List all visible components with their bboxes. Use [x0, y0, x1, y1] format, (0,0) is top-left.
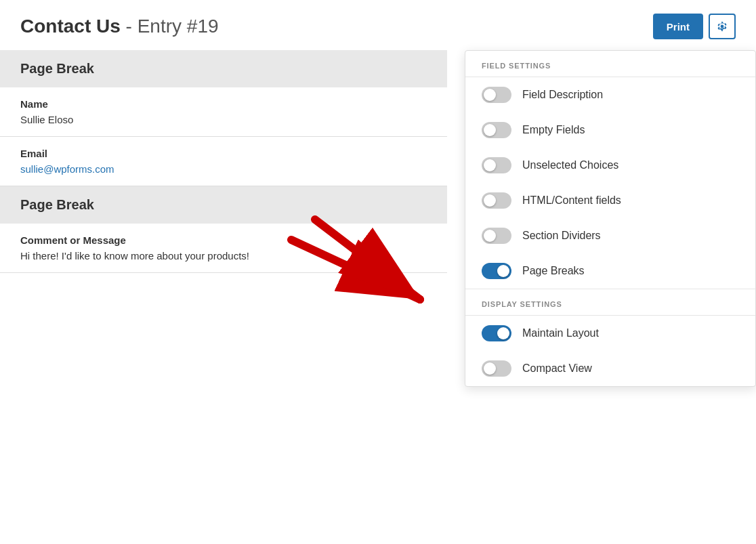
html-content-toggle[interactable] — [482, 192, 511, 209]
email-field-value: sullie@wpforms.com — [20, 163, 427, 175]
empty-fields-track — [482, 122, 511, 138]
page-breaks-thumb — [497, 265, 509, 277]
entry-label: Entry #19 — [138, 16, 219, 37]
maintain-layout-toggle[interactable] — [482, 325, 511, 341]
display-settings-label: DISPLAY SETTINGS — [465, 289, 755, 315]
print-button[interactable]: Print — [653, 14, 703, 39]
unselected-choices-label: Unselected Choices — [522, 159, 618, 171]
section-dividers-label: Section Dividers — [522, 230, 601, 242]
empty-fields-thumb — [484, 124, 496, 136]
field-description-toggle[interactable] — [482, 87, 511, 103]
section-dividers-item: Section Dividers — [465, 218, 755, 253]
unselected-choices-item: Unselected Choices — [465, 148, 755, 183]
compact-view-item: Compact View — [465, 351, 755, 386]
html-content-thumb — [484, 194, 496, 207]
page-break-label: Page Break — [20, 61, 427, 77]
maintain-layout-label: Maintain Layout — [522, 327, 599, 339]
compact-view-toggle[interactable] — [482, 360, 511, 377]
name-field-row: Name Sullie Eloso — [0, 87, 447, 137]
maintain-layout-item: Maintain Layout — [465, 316, 755, 351]
html-content-label: HTML/Content fields — [522, 194, 621, 207]
field-description-item: Field Description — [465, 77, 755, 112]
unselected-choices-thumb — [484, 159, 496, 171]
section-dividers-toggle[interactable] — [482, 228, 511, 244]
page-break-label-2: Page Break — [20, 197, 427, 213]
page-breaks-toggle[interactable] — [482, 263, 511, 279]
page-break-row: Page Break — [0, 50, 447, 87]
page-header: Contact Us - Entry #19 Print — [0, 0, 756, 50]
html-content-track — [482, 192, 511, 209]
main-layout: Page Break Name Sullie Eloso Email sulli… — [0, 50, 756, 273]
field-description-track — [482, 87, 511, 103]
maintain-layout-track — [482, 325, 511, 341]
page-breaks-label: Page Breaks — [522, 265, 585, 277]
email-field-row: Email sullie@wpforms.com — [0, 137, 447, 186]
unselected-choices-track — [482, 157, 511, 173]
entries-panel: Page Break Name Sullie Eloso Email sulli… — [0, 50, 447, 273]
empty-fields-item: Empty Fields — [465, 112, 755, 148]
comment-field-row: Comment or Message Hi there! I'd like to… — [0, 224, 447, 273]
email-link[interactable]: sullie@wpforms.com — [20, 163, 114, 175]
settings-button[interactable] — [709, 14, 736, 39]
html-content-item: HTML/Content fields — [465, 183, 755, 218]
section-dividers-thumb — [484, 230, 496, 242]
maintain-layout-thumb — [497, 327, 509, 339]
title-separator: - — [121, 16, 138, 37]
section-dividers-track — [482, 228, 511, 244]
empty-fields-label: Empty Fields — [522, 124, 585, 136]
header-actions: Print — [653, 14, 736, 39]
unselected-choices-toggle[interactable] — [482, 157, 511, 173]
compact-view-label: Compact View — [522, 362, 592, 375]
field-description-label: Field Description — [522, 89, 603, 101]
form-name: Contact Us — [20, 16, 121, 37]
comment-field-label: Comment or Message — [20, 234, 427, 246]
settings-panel: FIELD SETTINGS Field Description Empty F… — [465, 50, 756, 387]
field-settings-label: FIELD SETTINGS — [465, 51, 755, 77]
page-title: Contact Us - Entry #19 — [20, 16, 219, 37]
page-break-row-2: Page Break — [0, 186, 447, 224]
compact-view-thumb — [484, 362, 496, 375]
email-field-label: Email — [20, 148, 427, 159]
compact-view-track — [482, 360, 511, 377]
page-breaks-track — [482, 263, 511, 279]
field-description-thumb — [484, 89, 496, 101]
empty-fields-toggle[interactable] — [482, 122, 511, 138]
comment-field-value: Hi there! I'd like to know more about yo… — [20, 250, 427, 261]
gear-icon — [717, 20, 728, 33]
name-field-value: Sullie Eloso — [20, 114, 427, 125]
page-breaks-item: Page Breaks — [465, 253, 755, 289]
name-field-label: Name — [20, 98, 427, 110]
